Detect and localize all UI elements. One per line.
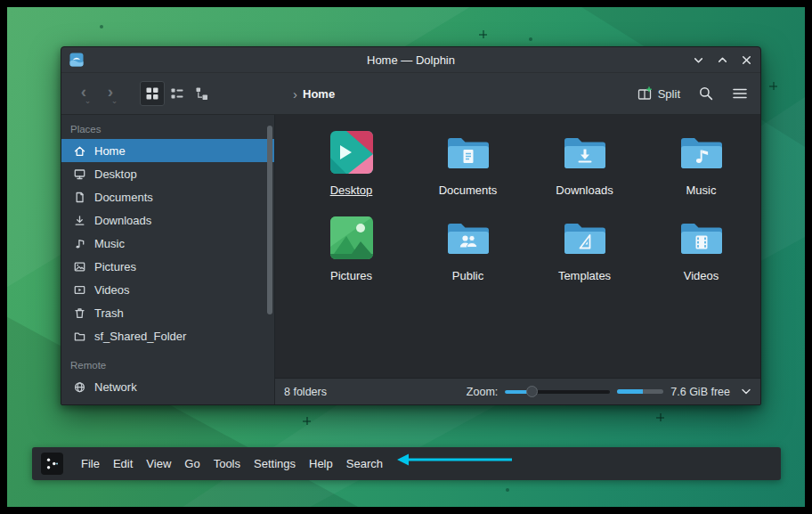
sidebar-item-videos[interactable]: Videos <box>61 278 274 301</box>
network-icon <box>73 380 86 394</box>
titlebar[interactable]: Home — Dolphin <box>61 47 760 73</box>
folder-label: Videos <box>684 269 719 282</box>
sidebar-item-home[interactable]: Home <box>61 139 274 162</box>
details-view-icon <box>195 86 209 101</box>
app-launcher-icon[interactable] <box>41 453 63 475</box>
sidebar-item-label: Desktop <box>94 167 137 181</box>
split-label: Split <box>658 87 680 101</box>
folder-item-documents[interactable]: Documents <box>410 129 526 215</box>
statusbar-expand-button[interactable] <box>741 388 751 396</box>
free-space-text: 7.6 GiB free <box>670 386 730 398</box>
view-mode-group <box>140 81 215 106</box>
folder-label: Downloads <box>556 184 613 197</box>
details-view-button[interactable] <box>190 81 215 106</box>
folder-view[interactable]: Desktop Documents <box>275 115 760 378</box>
sidebar-item-documents[interactable]: Documents <box>61 185 274 208</box>
places-panel: Places Home Desktop <box>61 115 275 404</box>
sidebar-item-music[interactable]: Music <box>61 232 274 255</box>
sidebar-item-label: Documents <box>94 191 153 204</box>
split-button[interactable]: Split <box>637 86 680 102</box>
menu-item-view[interactable]: View <box>145 455 172 472</box>
folder-item-templates[interactable]: Templates <box>526 215 643 300</box>
annotation-arrow-left <box>396 453 514 467</box>
folder-label: Pictures <box>330 269 372 282</box>
folder-item-public[interactable]: Public <box>410 215 526 300</box>
folder-count: 8 folders <box>284 386 327 398</box>
sidebar-item-network[interactable]: Network <box>61 375 274 398</box>
status-bar: 8 folders Zoom: 7.6 GiB free <box>275 378 760 404</box>
menu-button[interactable] <box>732 86 748 102</box>
sidebar-item-shared-folder[interactable]: sf_Shared_Folder <box>61 324 274 347</box>
folder-item-music[interactable]: Music <box>643 129 759 215</box>
wallpaper-decoration <box>656 413 664 421</box>
icons-view-button[interactable] <box>140 81 165 106</box>
menu-item-help[interactable]: Help <box>308 455 334 472</box>
folder-item-videos[interactable]: Videos <box>643 215 759 300</box>
main-toolbar: ‹ ⌄ › ⌄ <box>61 73 760 115</box>
sidebar-item-trash[interactable]: Trash <box>61 301 274 324</box>
forward-dropdown-caret-icon: ⌄ <box>111 97 118 105</box>
videos-icon <box>73 283 86 297</box>
menu-item-search[interactable]: Search <box>345 455 384 472</box>
hamburger-menu-icon <box>732 86 748 102</box>
breadcrumb[interactable]: › Home <box>293 86 335 102</box>
chevron-down-icon <box>741 388 751 396</box>
sidebar-scrollbar[interactable] <box>267 126 272 314</box>
sidebar-item-downloads[interactable]: Downloads <box>61 208 274 232</box>
search-icon <box>698 86 714 102</box>
maximize-button[interactable] <box>716 53 728 66</box>
folder-label: Public <box>452 269 483 282</box>
dolphin-window: Home — Dolphin ‹ ⌄ › ⌄ <box>61 46 761 405</box>
folder-item-downloads[interactable]: Downloads <box>526 129 643 215</box>
pictures-icon <box>73 260 86 273</box>
desktop-folder-icon <box>329 129 375 175</box>
menu-item-edit[interactable]: Edit <box>112 455 134 472</box>
sidebar-item-desktop[interactable]: Desktop <box>61 162 274 185</box>
compact-view-button[interactable] <box>165 81 190 106</box>
documents-icon <box>73 191 86 204</box>
split-icon <box>637 86 653 102</box>
trash-icon <box>73 306 86 320</box>
places-section-header: Places <box>61 122 274 139</box>
close-button[interactable] <box>740 53 752 66</box>
icons-view-icon <box>145 86 159 101</box>
back-button[interactable]: ‹ ⌄ <box>74 83 93 105</box>
menu-item-file[interactable]: File <box>80 455 101 472</box>
zoom-slider-handle[interactable] <box>526 386 538 397</box>
videos-folder-icon <box>678 215 725 261</box>
menu-item-settings[interactable]: Settings <box>253 455 296 472</box>
pictures-folder-icon <box>329 215 375 261</box>
folder-item-desktop[interactable]: Desktop <box>293 129 410 215</box>
wallpaper-decoration <box>303 417 311 425</box>
breadcrumb-home[interactable]: Home <box>303 87 335 101</box>
forward-button[interactable]: › ⌄ <box>101 83 120 105</box>
sidebar-item-label: Downloads <box>94 214 151 227</box>
free-space-bar <box>617 389 663 394</box>
chevron-right-icon: › <box>293 86 297 102</box>
folder-label: Templates <box>558 269 611 282</box>
wallpaper-decoration <box>529 37 532 41</box>
sidebar-item-label: Music <box>94 237 125 250</box>
downloads-folder-icon <box>562 129 608 175</box>
sidebar-item-label: Pictures <box>94 260 136 273</box>
folder-label: Desktop <box>330 184 373 197</box>
dolphin-app-icon <box>69 53 84 67</box>
music-icon <box>73 237 86 250</box>
window-title: Home — Dolphin <box>61 53 760 67</box>
menu-item-tools[interactable]: Tools <box>213 455 241 472</box>
wallpaper-decoration <box>479 30 487 38</box>
minimize-button[interactable] <box>692 53 704 66</box>
wallpaper-decoration <box>769 82 777 90</box>
menu-item-go[interactable]: Go <box>183 455 200 472</box>
sidebar-item-pictures[interactable]: Pictures <box>61 255 274 278</box>
sidebar-item-label: Network <box>94 380 137 394</box>
folder-label: Documents <box>439 184 498 197</box>
search-button[interactable] <box>698 86 714 102</box>
zoom-slider[interactable] <box>505 386 610 397</box>
documents-folder-icon <box>445 129 491 175</box>
back-dropdown-caret-icon: ⌄ <box>85 97 92 105</box>
zoom-label: Zoom: <box>467 386 498 398</box>
templates-folder-icon <box>562 215 608 261</box>
wallpaper-decoration <box>100 25 103 29</box>
folder-item-pictures[interactable]: Pictures <box>293 215 410 300</box>
